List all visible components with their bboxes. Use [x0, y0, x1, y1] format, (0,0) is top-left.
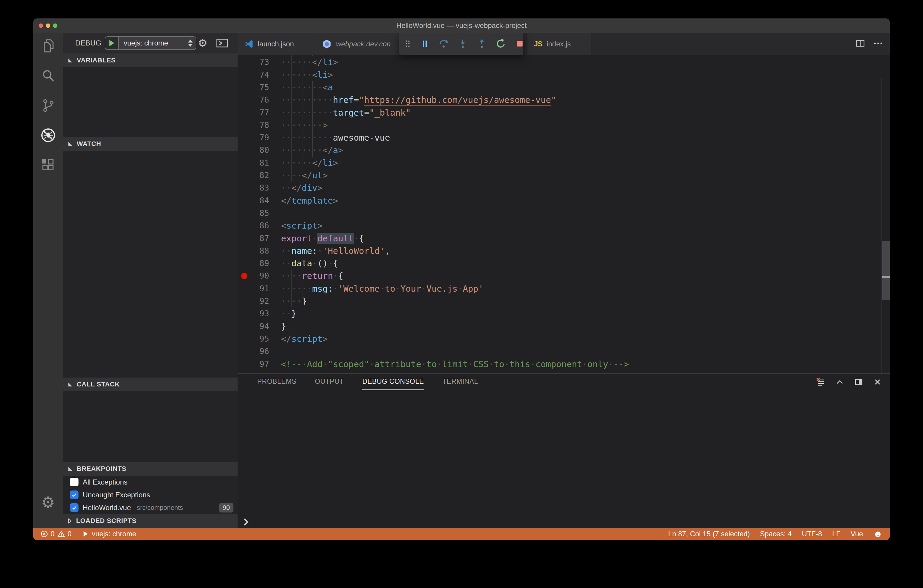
activity-item-debug[interactable]	[33, 123, 63, 148]
close-icon[interactable]	[873, 378, 882, 386]
line-number[interactable]: 82	[238, 169, 269, 182]
status-encoding[interactable]: UTF-8	[802, 530, 822, 538]
activity-item-explorer[interactable]	[33, 34, 63, 59]
code-line-82[interactable]: 82····</ul>	[238, 169, 881, 182]
line-number[interactable]: 73	[238, 56, 269, 68]
debug-console-input[interactable]	[238, 516, 890, 528]
line-number[interactable]: 85	[238, 207, 269, 219]
step-out-button[interactable]	[474, 35, 489, 52]
line-number[interactable]: 92	[238, 295, 269, 307]
code-line-73[interactable]: 73······</li>	[238, 56, 881, 68]
editor-scrollbar[interactable]	[881, 78, 890, 373]
active-debug-config-status[interactable]: vuejs: chrome	[82, 530, 136, 538]
line-number[interactable]: 91	[238, 283, 269, 295]
panel-tab-terminal[interactable]: TERMINAL	[442, 374, 478, 390]
panel-tab-problems[interactable]: PROBLEMS	[257, 374, 296, 390]
code-line-94[interactable]: 94}	[238, 320, 881, 333]
code-line-95[interactable]: 95</script>	[238, 333, 881, 345]
line-number[interactable]: 94	[238, 320, 269, 333]
code-line-79[interactable]: 79··········awesome-vue	[238, 131, 881, 144]
activity-item-source-control[interactable]	[33, 94, 63, 118]
tab-index-js[interactable]: JSindex.js	[527, 33, 591, 55]
section-header-variables[interactable]: VARIABLES	[63, 54, 238, 67]
split-editor-icon[interactable]	[855, 38, 866, 50]
step-over-button[interactable]	[436, 35, 451, 52]
line-number[interactable]: 84	[238, 194, 269, 207]
panel-tab-debug-console[interactable]: DEBUG CONSOLE	[362, 374, 424, 390]
line-number[interactable]: 87	[238, 232, 269, 245]
line-number[interactable]: 86	[238, 219, 269, 232]
line-number[interactable]: 80	[238, 144, 269, 156]
breakpoint-checkbox[interactable]	[70, 503, 79, 512]
line-number[interactable]: 79	[238, 131, 269, 144]
line-number[interactable]: 93	[238, 307, 269, 320]
status-language-mode[interactable]: Vue	[851, 530, 863, 538]
feedback-smiley-icon[interactable]: ☻	[873, 529, 882, 538]
step-into-button[interactable]	[455, 35, 470, 52]
code-line-74[interactable]: 74······<li>	[238, 69, 881, 81]
code-line-81[interactable]: 81······</li>	[238, 157, 881, 169]
line-number[interactable]: 81	[238, 157, 269, 169]
stop-button[interactable]	[512, 35, 527, 52]
pause-button[interactable]	[417, 35, 432, 52]
code-line-76[interactable]: 76··········href="https://github.com/vue…	[238, 94, 881, 106]
line-number[interactable]: 75	[238, 81, 269, 94]
code-line-96[interactable]: 96	[238, 345, 881, 358]
code-line-92[interactable]: 92····}	[238, 295, 881, 307]
panel-right-icon[interactable]	[854, 377, 864, 387]
line-number[interactable]: 76	[238, 94, 269, 106]
code-line-86[interactable]: 86<script>	[238, 219, 881, 232]
code-line-78[interactable]: 78········>	[238, 119, 881, 131]
line-number[interactable]: 83	[238, 182, 269, 194]
errors-status[interactable]: 0	[41, 530, 54, 538]
code-line-75[interactable]: 75········<a	[238, 81, 881, 94]
line-number[interactable]: 77	[238, 107, 269, 119]
restart-button[interactable]	[493, 35, 508, 52]
open-debug-console-icon[interactable]	[215, 33, 229, 54]
line-number[interactable]: 74	[238, 69, 269, 81]
code-line-84[interactable]: 84</template>	[238, 194, 881, 207]
code-line-85[interactable]: 85	[238, 207, 881, 219]
line-number[interactable]: 95	[238, 333, 269, 345]
line-number[interactable]: 89	[238, 257, 269, 269]
scrollbar-thumb[interactable]	[882, 241, 890, 300]
more-actions-icon[interactable]	[873, 38, 883, 50]
breakpoint-item[interactable]: HelloWorld.vuesrc/components90	[63, 501, 238, 514]
zoom-window-button[interactable]	[53, 23, 57, 28]
breakpoint-item[interactable]: Uncaught Exceptions	[63, 488, 238, 501]
activity-item-extensions[interactable]	[33, 153, 63, 178]
code-line-87[interactable]: 87export·default·{	[238, 232, 881, 245]
breakpoint-checkbox[interactable]	[70, 491, 79, 499]
code-line-98[interactable]: 98<style·scoped>	[238, 370, 881, 373]
line-number[interactable]: 88	[238, 245, 269, 257]
code-line-97[interactable]: 97<!--·Add·"scoped"·attribute·to·limit·C…	[238, 358, 881, 370]
close-window-button[interactable]	[39, 23, 43, 28]
section-header-watch[interactable]: WATCH	[63, 137, 238, 151]
section-header-call-stack[interactable]: CALL STACK	[63, 378, 238, 391]
warnings-status[interactable]: 0	[57, 530, 71, 538]
code-line-93[interactable]: 93··}	[238, 307, 881, 320]
minimize-window-button[interactable]	[46, 23, 50, 28]
code-line-89[interactable]: 89··data·()·{	[238, 257, 881, 269]
breakpoint-checkbox[interactable]	[70, 478, 79, 486]
drag-handle[interactable]	[402, 35, 413, 52]
section-header-breakpoints[interactable]: BREAKPOINTS	[63, 462, 238, 476]
line-number[interactable]: 98	[238, 370, 269, 373]
chevron-up-icon[interactable]	[835, 377, 844, 387]
code-line-88[interactable]: 88··name:·'HelloWorld',	[238, 245, 881, 257]
code-line-83[interactable]: 83··</div>	[238, 182, 881, 194]
code-line-91[interactable]: 91······msg:·'Welcome·to·Your·Vue.js·App…	[238, 283, 881, 295]
line-number[interactable]: 97	[238, 358, 269, 370]
settings-gear-icon[interactable]: ⚙	[33, 492, 63, 513]
code-line-90[interactable]: 90····return·{	[238, 269, 881, 282]
status-indentation[interactable]: Spaces: 4	[760, 530, 792, 538]
code-line-80[interactable]: 80········</a>	[238, 144, 881, 156]
breakpoint-item[interactable]: All Exceptions	[63, 476, 238, 488]
start-debugging-button[interactable]	[105, 37, 119, 49]
line-number[interactable]: 78	[238, 119, 269, 131]
panel-tab-output[interactable]: OUTPUT	[315, 374, 344, 390]
code-line-77[interactable]: 77··········target="_blank"	[238, 107, 881, 119]
code-editor[interactable]: 72········</a>73······</li>74······<li>7…	[238, 55, 890, 373]
launch-config-select[interactable]: vuejs: chrome	[119, 37, 195, 49]
status-eol[interactable]: LF	[832, 530, 841, 538]
